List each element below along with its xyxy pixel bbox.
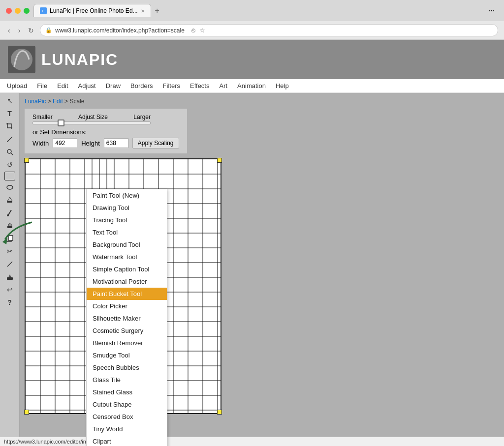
dropdown-item-drawing-tool[interactable]: Drawing Tool xyxy=(87,202,167,214)
minimize-button[interactable] xyxy=(15,8,21,14)
svg-line-4 xyxy=(11,153,13,155)
menu-edit[interactable]: Edit xyxy=(52,80,73,91)
tool-undo[interactable]: ↩ xyxy=(3,284,17,296)
dropdown-item-paint-bucket-tool[interactable]: Paint Bucket Tool xyxy=(87,288,167,300)
tool-pen2[interactable] xyxy=(3,271,17,283)
menu-effects[interactable]: Effects xyxy=(185,80,215,91)
menu-filters[interactable]: Filters xyxy=(158,80,185,91)
corner-bl xyxy=(24,410,29,415)
menu-help[interactable]: Help xyxy=(271,80,294,91)
menu-animation[interactable]: Animation xyxy=(232,80,271,91)
breadcrumb-sep1: > xyxy=(48,98,53,105)
tool-line[interactable] xyxy=(3,258,17,270)
logo-text: LUNAPIC xyxy=(41,51,118,69)
breadcrumb-lunapic[interactable]: LunaPic xyxy=(25,98,46,105)
svg-line-1 xyxy=(7,137,12,142)
traffic-lights xyxy=(6,8,30,14)
tool-paint-bucket[interactable] xyxy=(3,194,17,206)
menu-borders[interactable]: Borders xyxy=(126,80,158,91)
dropdown-item-simple-caption-tool[interactable]: Simple Caption Tool xyxy=(87,263,167,275)
tool-text[interactable]: T xyxy=(3,108,17,119)
dropdown-item-glass-tile[interactable]: Glass Tile xyxy=(87,374,167,386)
back-button[interactable]: ‹ xyxy=(6,26,12,35)
label-adjust: Adjust Size xyxy=(78,114,108,120)
dropdown-item-watermark-tool[interactable]: Watermark Tool xyxy=(87,251,167,263)
tool-eyedropper[interactable] xyxy=(3,207,17,219)
tool-pen[interactable] xyxy=(3,133,17,145)
breadcrumb-scale: Scale xyxy=(69,98,84,105)
tab-bar: L LunaPic | Free Online Photo Ed... ✕ + xyxy=(33,4,484,17)
breadcrumb-edit[interactable]: Edit xyxy=(53,98,63,105)
tool-stamp[interactable] xyxy=(3,220,17,232)
tool-cursor[interactable]: ↖ xyxy=(3,95,17,107)
svg-rect-11 xyxy=(8,236,13,240)
tab-close-button[interactable]: ✕ xyxy=(141,8,145,14)
label-smaller: Smaller xyxy=(32,114,53,120)
tab-title: LunaPic | Free Online Photo Ed... xyxy=(50,7,138,14)
svg-point-3 xyxy=(7,149,11,153)
dropdown-item-speech-bubbles[interactable]: Speech Bubbles xyxy=(87,361,167,374)
dropdown-item-cosmetic-surgery[interactable]: Cosmetic Surgery xyxy=(87,325,167,337)
draw-dropdown-menu[interactable]: Paint Tool (New)Drawing ToolTracing Tool… xyxy=(86,189,167,446)
corner-tl xyxy=(24,158,29,163)
label-or-set: or Set Dimensions: xyxy=(32,128,87,136)
menu-draw[interactable]: Draw xyxy=(101,80,126,91)
size-slider-thumb[interactable] xyxy=(58,119,64,126)
dropdown-item-background-tool[interactable]: Background Tool xyxy=(87,238,167,251)
apply-scaling-button[interactable]: Apply Scaling xyxy=(132,138,179,149)
label-width: Width xyxy=(32,140,49,147)
svg-line-7 xyxy=(8,210,11,215)
svg-rect-9 xyxy=(7,226,12,228)
tool-crop[interactable] xyxy=(3,120,17,132)
titlebar: L LunaPic | Free Online Photo Ed... ✕ + … xyxy=(0,0,504,21)
dropdown-item-cutout-shape[interactable]: Cutout Shape xyxy=(87,398,167,411)
browser-tab[interactable]: L LunaPic | Free Online Photo Ed... ✕ xyxy=(33,4,151,17)
tool-question[interactable]: ? xyxy=(3,297,17,308)
svg-rect-6 xyxy=(7,201,12,203)
share-icon[interactable]: ⎋ xyxy=(191,27,195,34)
menu-art[interactable]: Art xyxy=(214,80,232,91)
menu-adjust[interactable]: Adjust xyxy=(73,80,101,91)
dropdown-item-smudge-tool[interactable]: Smudge Tool xyxy=(87,349,167,361)
svg-line-12 xyxy=(7,262,12,267)
tool-scissors[interactable]: ✂ xyxy=(3,245,17,257)
height-input[interactable] xyxy=(104,138,128,148)
tool-ellipse[interactable] xyxy=(3,181,17,193)
browser-chrome: L LunaPic | Free Online Photo Ed... ✕ + … xyxy=(0,0,504,40)
svg-marker-14 xyxy=(8,274,11,277)
dropdown-item-color-picker[interactable]: Color Picker xyxy=(87,300,167,312)
menu-file[interactable]: File xyxy=(32,80,52,91)
app: LUNAPIC Upload File Edit Adjust Draw Bor… xyxy=(0,40,504,437)
dropdown-item-motivational-poster[interactable]: Motivational Poster xyxy=(87,275,167,288)
sidebar: ↖ T ↺ xyxy=(0,93,20,437)
dropdown-item-censored-box[interactable]: Censored Box xyxy=(87,411,167,423)
dropdown-item-clipart[interactable]: Clipart xyxy=(87,435,167,446)
size-slider-track[interactable] xyxy=(32,121,151,124)
dropdown-item-paint-tool-(new)[interactable]: Paint Tool (New) xyxy=(87,189,167,202)
svg-point-8 xyxy=(7,214,9,216)
tool-rotate[interactable]: ↺ xyxy=(3,159,17,171)
menu-upload[interactable]: Upload xyxy=(2,80,32,91)
tab-favicon: L xyxy=(40,7,47,14)
status-bar: https://www3.lunapic.com/editor/index.ph… xyxy=(0,437,504,446)
width-input[interactable] xyxy=(53,138,77,148)
app-header: LUNAPIC xyxy=(0,40,504,79)
dropdown-item-blemish-remover[interactable]: Blemish Remover xyxy=(87,337,167,349)
tool-copy[interactable] xyxy=(3,233,17,244)
url-text: www3.lunapic.com/editor/index.php?action… xyxy=(55,27,184,34)
tool-rect[interactable] xyxy=(4,172,15,180)
reload-button[interactable]: ↻ xyxy=(26,26,36,35)
url-bar[interactable]: 🔒 www3.lunapic.com/editor/index.php?acti… xyxy=(40,24,498,36)
bookmark-icon[interactable]: ☆ xyxy=(199,27,205,34)
forward-button[interactable]: › xyxy=(16,26,23,35)
tool-zoom[interactable] xyxy=(3,146,17,158)
dropdown-item-silhouette-maker[interactable]: Silhouette Maker xyxy=(87,312,167,325)
dropdown-item-tiny-world[interactable]: Tiny World xyxy=(87,423,167,435)
dropdown-item-stained-glass[interactable]: Stained Glass xyxy=(87,386,167,398)
close-button[interactable] xyxy=(6,8,12,14)
maximize-button[interactable] xyxy=(24,8,30,14)
dropdown-item-text-tool[interactable]: Text Tool xyxy=(87,226,167,238)
new-tab-button[interactable]: + xyxy=(155,6,159,15)
dropdown-item-tracing-tool[interactable]: Tracing Tool xyxy=(87,214,167,226)
label-larger: Larger xyxy=(133,114,151,120)
